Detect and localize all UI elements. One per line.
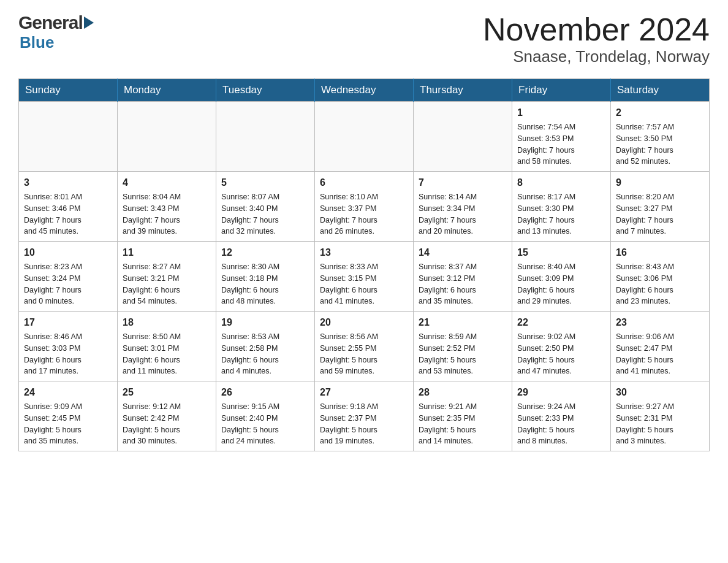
logo: General Blue [18, 12, 94, 52]
calendar-cell: 16Sunrise: 8:43 AM Sunset: 3:06 PM Dayli… [611, 242, 710, 312]
calendar-cell [414, 102, 512, 172]
day-info: Sunrise: 9:06 AM Sunset: 2:47 PM Dayligh… [616, 331, 704, 377]
calendar-cell: 27Sunrise: 9:18 AM Sunset: 2:37 PM Dayli… [315, 381, 414, 451]
calendar-header-wednesday: Wednesday [315, 79, 414, 102]
day-number: 26 [221, 385, 309, 400]
day-number: 4 [123, 175, 211, 190]
day-info: Sunrise: 7:54 AM Sunset: 3:53 PM Dayligh… [517, 121, 605, 167]
day-number: 14 [419, 245, 507, 260]
calendar-cell: 8Sunrise: 8:17 AM Sunset: 3:30 PM Daylig… [512, 172, 611, 242]
calendar-header-row: SundayMondayTuesdayWednesdayThursdayFrid… [19, 79, 710, 102]
calendar-table: SundayMondayTuesdayWednesdayThursdayFrid… [18, 79, 710, 451]
calendar-cell: 2Sunrise: 7:57 AM Sunset: 3:50 PM Daylig… [611, 102, 710, 172]
calendar-cell: 20Sunrise: 8:56 AM Sunset: 2:55 PM Dayli… [315, 312, 414, 381]
day-info: Sunrise: 8:20 AM Sunset: 3:27 PM Dayligh… [616, 191, 704, 237]
day-info: Sunrise: 9:15 AM Sunset: 2:40 PM Dayligh… [221, 401, 309, 447]
calendar-cell: 26Sunrise: 9:15 AM Sunset: 2:40 PM Dayli… [216, 381, 315, 451]
calendar-cell: 17Sunrise: 8:46 AM Sunset: 3:03 PM Dayli… [19, 312, 118, 381]
calendar-cell [315, 102, 414, 172]
day-info: Sunrise: 8:01 AM Sunset: 3:46 PM Dayligh… [24, 191, 112, 237]
day-number: 17 [24, 315, 112, 330]
page-title: November 2024 [483, 12, 710, 47]
calendar-cell: 11Sunrise: 8:27 AM Sunset: 3:21 PM Dayli… [118, 242, 216, 312]
calendar-header-monday: Monday [118, 79, 216, 102]
calendar-cell [216, 102, 315, 172]
calendar-week-row: 24Sunrise: 9:09 AM Sunset: 2:45 PM Dayli… [19, 381, 710, 451]
day-info: Sunrise: 8:56 AM Sunset: 2:55 PM Dayligh… [320, 331, 408, 377]
calendar-week-row: 1Sunrise: 7:54 AM Sunset: 3:53 PM Daylig… [19, 102, 710, 172]
day-number: 9 [616, 175, 704, 190]
calendar-cell: 28Sunrise: 9:21 AM Sunset: 2:35 PM Dayli… [414, 381, 512, 451]
day-info: Sunrise: 8:17 AM Sunset: 3:30 PM Dayligh… [517, 191, 605, 237]
calendar-cell: 21Sunrise: 8:59 AM Sunset: 2:52 PM Dayli… [414, 312, 512, 381]
day-number: 5 [221, 175, 309, 190]
day-info: Sunrise: 8:43 AM Sunset: 3:06 PM Dayligh… [616, 261, 704, 307]
day-info: Sunrise: 9:09 AM Sunset: 2:45 PM Dayligh… [24, 401, 112, 447]
logo-triangle-icon [84, 17, 94, 29]
calendar-header-sunday: Sunday [19, 79, 118, 102]
day-number: 6 [320, 175, 408, 190]
day-info: Sunrise: 9:18 AM Sunset: 2:37 PM Dayligh… [320, 401, 408, 447]
day-number: 22 [517, 315, 605, 330]
calendar-cell: 13Sunrise: 8:33 AM Sunset: 3:15 PM Dayli… [315, 242, 414, 312]
day-number: 25 [123, 385, 211, 400]
day-info: Sunrise: 8:50 AM Sunset: 3:01 PM Dayligh… [123, 331, 211, 377]
day-info: Sunrise: 8:40 AM Sunset: 3:09 PM Dayligh… [517, 261, 605, 307]
calendar-cell: 29Sunrise: 9:24 AM Sunset: 2:33 PM Dayli… [512, 381, 611, 451]
day-number: 3 [24, 175, 112, 190]
day-number: 2 [616, 105, 704, 120]
calendar-cell: 18Sunrise: 8:50 AM Sunset: 3:01 PM Dayli… [118, 312, 216, 381]
day-info: Sunrise: 9:24 AM Sunset: 2:33 PM Dayligh… [517, 401, 605, 447]
day-number: 16 [616, 245, 704, 260]
day-number: 8 [517, 175, 605, 190]
calendar-cell: 25Sunrise: 9:12 AM Sunset: 2:42 PM Dayli… [118, 381, 216, 451]
day-number: 19 [221, 315, 309, 330]
logo-blue-text: Blue [20, 33, 54, 52]
calendar-cell: 24Sunrise: 9:09 AM Sunset: 2:45 PM Dayli… [19, 381, 118, 451]
calendar-cell: 10Sunrise: 8:23 AM Sunset: 3:24 PM Dayli… [19, 242, 118, 312]
calendar-cell: 1Sunrise: 7:54 AM Sunset: 3:53 PM Daylig… [512, 102, 611, 172]
day-info: Sunrise: 8:07 AM Sunset: 3:40 PM Dayligh… [221, 191, 309, 237]
day-info: Sunrise: 8:10 AM Sunset: 3:37 PM Dayligh… [320, 191, 408, 237]
day-info: Sunrise: 9:21 AM Sunset: 2:35 PM Dayligh… [419, 401, 507, 447]
calendar-cell: 6Sunrise: 8:10 AM Sunset: 3:37 PM Daylig… [315, 172, 414, 242]
day-number: 24 [24, 385, 112, 400]
calendar-cell: 30Sunrise: 9:27 AM Sunset: 2:31 PM Dayli… [611, 381, 710, 451]
day-number: 21 [419, 315, 507, 330]
day-info: Sunrise: 8:30 AM Sunset: 3:18 PM Dayligh… [221, 261, 309, 307]
day-info: Sunrise: 8:33 AM Sunset: 3:15 PM Dayligh… [320, 261, 408, 307]
day-number: 20 [320, 315, 408, 330]
calendar-header-saturday: Saturday [611, 79, 710, 102]
day-number: 28 [419, 385, 507, 400]
page-header: General Blue November 2024 Snaase, Trond… [18, 12, 710, 66]
day-info: Sunrise: 8:04 AM Sunset: 3:43 PM Dayligh… [123, 191, 211, 237]
day-number: 29 [517, 385, 605, 400]
calendar-cell: 4Sunrise: 8:04 AM Sunset: 3:43 PM Daylig… [118, 172, 216, 242]
day-info: Sunrise: 9:27 AM Sunset: 2:31 PM Dayligh… [616, 401, 704, 447]
day-number: 1 [517, 105, 605, 120]
calendar-cell [19, 102, 118, 172]
day-number: 12 [221, 245, 309, 260]
day-number: 18 [123, 315, 211, 330]
calendar-cell: 15Sunrise: 8:40 AM Sunset: 3:09 PM Dayli… [512, 242, 611, 312]
day-info: Sunrise: 8:14 AM Sunset: 3:34 PM Dayligh… [419, 191, 507, 237]
day-number: 11 [123, 245, 211, 260]
day-number: 23 [616, 315, 704, 330]
day-info: Sunrise: 8:53 AM Sunset: 2:58 PM Dayligh… [221, 331, 309, 377]
day-info: Sunrise: 8:27 AM Sunset: 3:21 PM Dayligh… [123, 261, 211, 307]
calendar-cell: 9Sunrise: 8:20 AM Sunset: 3:27 PM Daylig… [611, 172, 710, 242]
calendar-header-tuesday: Tuesday [216, 79, 315, 102]
calendar-header-friday: Friday [512, 79, 611, 102]
calendar-cell: 23Sunrise: 9:06 AM Sunset: 2:47 PM Dayli… [611, 312, 710, 381]
day-info: Sunrise: 8:23 AM Sunset: 3:24 PM Dayligh… [24, 261, 112, 307]
calendar-cell: 3Sunrise: 8:01 AM Sunset: 3:46 PM Daylig… [19, 172, 118, 242]
day-info: Sunrise: 7:57 AM Sunset: 3:50 PM Dayligh… [616, 121, 704, 167]
day-info: Sunrise: 9:12 AM Sunset: 2:42 PM Dayligh… [123, 401, 211, 447]
calendar-cell: 19Sunrise: 8:53 AM Sunset: 2:58 PM Dayli… [216, 312, 315, 381]
calendar-week-row: 10Sunrise: 8:23 AM Sunset: 3:24 PM Dayli… [19, 242, 710, 312]
day-number: 13 [320, 245, 408, 260]
calendar-cell: 7Sunrise: 8:14 AM Sunset: 3:34 PM Daylig… [414, 172, 512, 242]
day-number: 30 [616, 385, 704, 400]
day-info: Sunrise: 8:59 AM Sunset: 2:52 PM Dayligh… [419, 331, 507, 377]
calendar-cell: 5Sunrise: 8:07 AM Sunset: 3:40 PM Daylig… [216, 172, 315, 242]
